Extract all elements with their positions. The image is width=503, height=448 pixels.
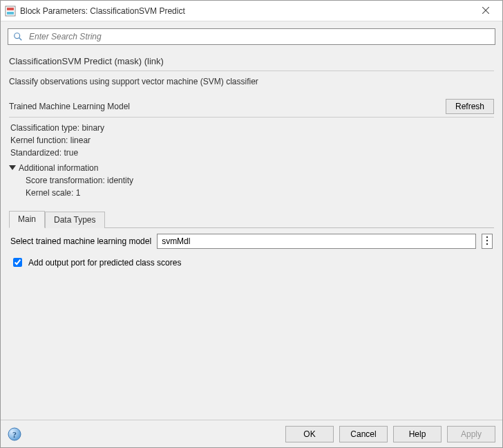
search-icon <box>12 31 23 42</box>
help-button[interactable]: Help <box>393 426 442 442</box>
svg-point-10 <box>486 243 488 244</box>
search-box[interactable] <box>8 28 495 45</box>
vertical-dots-icon <box>486 236 488 248</box>
mask-header: ClassificationSVM Predict (mask) (link) <box>9 56 494 66</box>
close-button[interactable] <box>472 1 500 21</box>
content-area: ClassificationSVM Predict (mask) (link) … <box>1 21 502 420</box>
standardized-value: true <box>64 148 78 158</box>
search-input[interactable] <box>28 31 491 42</box>
select-model-label: Select trained machine learning model <box>10 236 151 246</box>
additional-info-toggle[interactable]: Additional information <box>9 163 98 173</box>
kernel-function-label: Kernel function: <box>10 136 68 145</box>
classification-type: Classification type: binary <box>10 123 494 133</box>
kernel-function: Kernel function: linear <box>10 136 494 145</box>
divider <box>9 117 494 118</box>
svg-text:?: ? <box>12 429 17 439</box>
close-icon <box>482 6 489 16</box>
trained-model-title: Trained Machine Learning Model <box>9 102 446 111</box>
tab-main[interactable]: Main <box>9 211 45 228</box>
refresh-button[interactable]: Refresh <box>446 99 494 114</box>
kernel-function-value: linear <box>70 136 91 145</box>
svg-line-6 <box>19 38 22 41</box>
tab-main-body: Select trained machine learning model Ad… <box>9 228 494 269</box>
title-bar: Block Parameters: ClassificationSVM Pred… <box>1 1 502 21</box>
trained-model-section: Trained Machine Learning Model Refresh C… <box>1 99 502 205</box>
svg-marker-7 <box>9 165 16 170</box>
classification-type-value: binary <box>82 123 104 133</box>
output-port-checkbox[interactable] <box>13 258 22 267</box>
score-transformation: Score transformation: identity <box>26 176 494 185</box>
standardized-label: Standardized: <box>10 148 61 158</box>
score-transformation-value: identity <box>107 176 133 185</box>
kernel-scale-label: Kernel scale: <box>26 188 73 198</box>
window-title: Block Parameters: ClassificationSVM Pred… <box>20 6 472 16</box>
search-wrap <box>1 21 502 50</box>
score-transformation-label: Score transformation: <box>26 176 105 185</box>
mask-description: Classify observations using support vect… <box>9 77 494 86</box>
kernel-scale-value: 1 <box>76 188 81 198</box>
divider <box>9 71 494 71</box>
svg-point-8 <box>486 236 488 237</box>
classification-type-label: Classification type: <box>10 123 79 133</box>
footer: ? OK Cancel Help Apply <box>1 420 502 447</box>
svg-rect-1 <box>7 8 14 10</box>
additional-info-label: Additional information <box>19 163 98 173</box>
kernel-scale: Kernel scale: 1 <box>26 188 494 198</box>
block-description: ClassificationSVM Predict (mask) (link) … <box>1 50 502 95</box>
help-icon-button[interactable]: ? <box>8 427 21 441</box>
tab-data-types[interactable]: Data Types <box>45 212 104 228</box>
model-name-input[interactable] <box>157 234 476 249</box>
svg-rect-2 <box>7 12 14 15</box>
app-icon <box>5 6 16 17</box>
chevron-down-icon <box>9 163 16 173</box>
svg-point-9 <box>486 239 488 241</box>
standardized: Standardized: true <box>10 148 494 158</box>
output-port-label: Add output port for predicted class scor… <box>28 258 181 268</box>
ok-button[interactable]: OK <box>285 426 334 442</box>
svg-point-5 <box>15 33 20 39</box>
tabs: Main Data Types Select trained machine l… <box>1 210 502 269</box>
cancel-button[interactable]: Cancel <box>339 426 388 442</box>
apply-button[interactable]: Apply <box>447 426 495 442</box>
model-more-button[interactable] <box>482 234 493 249</box>
